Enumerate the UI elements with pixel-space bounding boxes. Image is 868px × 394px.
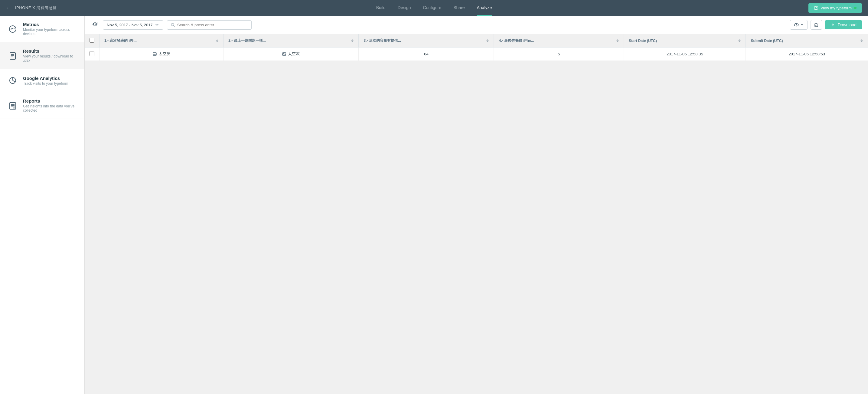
svg-rect-17 (815, 24, 818, 27)
metrics-label: Metrics (23, 22, 77, 27)
select-all-checkbox[interactable] (90, 38, 94, 43)
table-row: 太空灰 太空灰 (85, 48, 868, 61)
nav-build[interactable]: Build (376, 0, 385, 16)
metrics-icon (7, 24, 18, 34)
table-container: 1.- 這次發表的 iPh... 2.- 跟上一題問題一樣... (85, 34, 868, 394)
sidebar-item-results[interactable]: Results View your results / download to … (0, 42, 84, 69)
search-input[interactable] (177, 23, 248, 27)
table-header: 1.- 這次發表的 iPh... 2.- 跟上一題問題一樣... (85, 34, 868, 48)
status-dot (854, 7, 857, 9)
nav-analyze[interactable]: Analyze (477, 0, 492, 16)
table-header-start-date: Start Date (UTC) (624, 34, 746, 48)
results-desc: View your results / download to .xlsx (23, 54, 77, 63)
row-col2: 太空灰 (223, 48, 359, 61)
refresh-button[interactable] (91, 21, 99, 29)
image-cell-icon (153, 52, 157, 56)
reports-desc: Get insights into the data you've collec… (23, 104, 77, 113)
row-select-checkbox[interactable] (90, 51, 94, 56)
sidebar-item-reports[interactable]: Reports Get insights into the data you'v… (0, 92, 84, 119)
toolbar: Nov 5, 2017 - Nov 5, 2017 (85, 16, 868, 34)
download-label: Download (838, 22, 857, 27)
nav-right: View my typeform (808, 3, 862, 13)
trash-icon (814, 22, 819, 27)
svg-line-14 (174, 25, 175, 26)
svg-rect-23 (282, 53, 286, 55)
results-icon (7, 50, 18, 61)
sidebar: Metrics Monitor your typeform across dev… (0, 16, 85, 394)
date-range-picker[interactable]: Nov 5, 2017 - Nov 5, 2017 (103, 20, 163, 30)
google-analytics-desc: Track visits to your typeform (23, 82, 68, 86)
back-button[interactable]: ← (6, 5, 11, 11)
row-col1: 太空灰 (99, 48, 223, 61)
table-header-submit-date: Submit Date (UTC) (746, 34, 868, 48)
google-analytics-label: Google Analytics (23, 75, 68, 81)
search-icon (171, 23, 175, 27)
date-range-value: Nov 5, 2017 - Nov 5, 2017 (107, 23, 153, 27)
row-col3: 64 (359, 48, 494, 61)
svg-rect-12 (13, 107, 15, 108)
image-cell-icon-2 (282, 52, 286, 56)
table-header-col1: 1.- 這次發表的 iPh... (99, 34, 223, 48)
table-header-col2: 2.- 跟上一題問題一樣... (223, 34, 359, 48)
table-header-col3: 3.- 這次的容量有提供... (359, 34, 494, 48)
svg-point-16 (796, 24, 797, 25)
row-col4: 5 (494, 48, 624, 61)
row-submit-date: 2017-11-05 12:58:53 (746, 48, 868, 61)
svg-rect-1 (10, 53, 16, 59)
sidebar-item-metrics[interactable]: Metrics Monitor your typeform across dev… (0, 16, 84, 42)
sidebar-item-google-analytics[interactable]: Google Analytics Track visits to your ty… (0, 69, 84, 92)
toolbar-right: Download (790, 20, 862, 30)
results-table: 1.- 這次發表的 iPh... 2.- 跟上一題問題一樣... (85, 34, 868, 61)
table-body: 太空灰 太空灰 (85, 48, 868, 61)
search-box[interactable] (167, 20, 252, 30)
view-typeform-button[interactable]: View my typeform (808, 3, 862, 13)
main-layout: Metrics Monitor your typeform across dev… (0, 16, 868, 394)
view-typeform-label: View my typeform (820, 6, 852, 10)
metrics-desc: Monitor your typeform across devices (23, 28, 77, 36)
refresh-icon (92, 22, 98, 28)
nav-configure[interactable]: Configure (423, 0, 441, 16)
chevron-down-icon (155, 23, 159, 27)
row-start-date: 2017-11-05 12:58:35 (624, 48, 746, 61)
download-icon (831, 22, 835, 27)
row-checkbox[interactable] (85, 48, 99, 61)
trash-button[interactable] (810, 20, 822, 30)
eye-icon (794, 22, 799, 27)
nav-title: IPHONE X 消費滿意度 (15, 5, 57, 10)
nav-share[interactable]: Share (453, 0, 465, 16)
table-header-col4: 4.- 最後你覺得 iPho... (494, 34, 624, 48)
table-header-checkbox (85, 34, 99, 48)
analytics-icon (7, 75, 18, 86)
eye-button[interactable] (790, 20, 807, 30)
reports-icon (7, 100, 18, 111)
svg-rect-21 (153, 53, 156, 55)
results-label: Results (23, 49, 77, 54)
chevron-down-small-icon (801, 23, 804, 26)
top-nav: ← IPHONE X 消費滿意度 Build Design Configure … (0, 0, 868, 16)
content-area: Nov 5, 2017 - Nov 5, 2017 (85, 16, 868, 394)
nav-center: Build Design Configure Share Analyze (376, 0, 492, 16)
nav-design[interactable]: Design (398, 0, 411, 16)
download-button[interactable]: Download (825, 20, 862, 29)
reports-label: Reports (23, 98, 77, 103)
svg-line-7 (13, 81, 15, 82)
external-link-icon (814, 6, 818, 10)
